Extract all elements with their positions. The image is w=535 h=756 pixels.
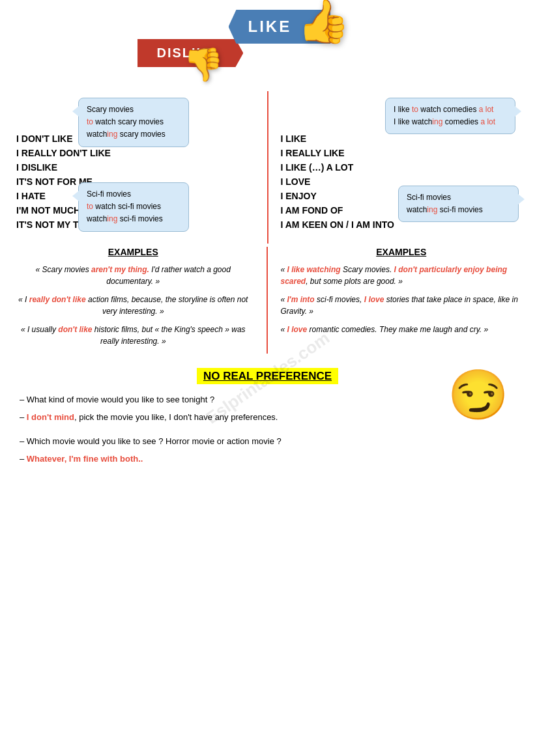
no-preference-section: NO REAL PREFERENCE 😏 – What kind of movi… bbox=[0, 357, 535, 479]
left-column: Scary movies to watch scary movies watch… bbox=[13, 98, 268, 237]
bubble-tail2 bbox=[72, 191, 79, 201]
phrase-really-dont-like: I REALLY DON'T LIKE bbox=[16, 148, 258, 158]
examples-title-right: EXAMPLES bbox=[281, 247, 523, 257]
no-pref-a2: – Whatever, I'm fine with both.. bbox=[20, 452, 463, 466]
thumbs-up-icon: 👍 bbox=[297, 0, 350, 46]
bubble-line3: watching scary movies bbox=[87, 128, 181, 141]
bubble-scary-dislike: Scary movies to watch scary movies watch… bbox=[78, 98, 189, 147]
example-left-2: « I really don't like action films, beca… bbox=[13, 294, 253, 317]
like-label: LIKE bbox=[248, 18, 292, 35]
example-left-3: « I usually don't like historic films, b… bbox=[13, 324, 253, 347]
phrase-dislike: I DISLIKE bbox=[16, 162, 258, 173]
bubble-line1: Scary movies bbox=[87, 104, 181, 116]
example-right-1: « I like watching Scary movies. I don't … bbox=[281, 264, 523, 287]
bubble-comedy-line2: I like watching comedies a lot bbox=[394, 116, 507, 128]
bubble-scifi-line3: watching sci-fi movies bbox=[87, 213, 181, 225]
bubble-scifi-like-line2: watching sci-fi movies bbox=[407, 204, 510, 216]
main-phrases-section: Scary movies to watch scary movies watch… bbox=[0, 91, 535, 244]
thumbs-down-icon: 👎 bbox=[183, 46, 224, 83]
examples-section: EXAMPLES « Scary movies aren't my thing.… bbox=[0, 244, 535, 357]
no-pref-title-container: NO REAL PREFERENCE bbox=[20, 370, 515, 383]
bubble-scifi-line2: to watch sci-fi movies bbox=[87, 201, 181, 213]
example-right-2: « I'm into sci-fi movies, I love stories… bbox=[281, 294, 523, 317]
bubble-tail3 bbox=[515, 106, 521, 117]
bubble-scifi-like: Sci-fi movies watching sci-fi movies bbox=[398, 186, 519, 222]
bubble-line2: to watch scary movies bbox=[87, 116, 181, 128]
bubble-comedy-line1: I like to watch comedies a lot bbox=[394, 104, 507, 116]
bubble-tail4 bbox=[518, 194, 525, 204]
example-right-3: « I love romantic comedies. They make me… bbox=[281, 324, 523, 335]
no-pref-a1: – I don't mind, pick the movie you like,… bbox=[20, 410, 463, 425]
bubble-comedies-like: I like to watch comedies a lot I like wa… bbox=[385, 98, 515, 134]
no-pref-q2: – Which movie would you like to see ? Ho… bbox=[20, 434, 463, 449]
bubble-scifi-dislike: Sci-fi movies to watch sci-fi movies wat… bbox=[78, 182, 189, 232]
no-pref-dialogue: – What kind of movie would you like to s… bbox=[20, 393, 463, 466]
example-left-1: « Scary movies aren't my thing. I'd rath… bbox=[13, 264, 253, 287]
bubble-scifi-like-line1: Sci-fi movies bbox=[407, 191, 510, 204]
header-banner: LIKE 👍 DISLIKE 👎 bbox=[0, 0, 535, 91]
examples-left: EXAMPLES « Scary movies aren't my thing.… bbox=[13, 247, 268, 354]
right-column: I like to watch comedies a lot I like wa… bbox=[268, 98, 523, 237]
bubble-tail bbox=[72, 106, 79, 117]
bubble-scifi-line1: Sci-fi movies bbox=[87, 188, 181, 201]
examples-right: EXAMPLES « I like watching Scary movies.… bbox=[268, 247, 523, 354]
phrase-like-a-lot: I LIKE (…) A LOT bbox=[281, 162, 519, 173]
examples-title-left: EXAMPLES bbox=[13, 247, 253, 257]
emoji-character: 😏 bbox=[448, 367, 509, 424]
phrase-really-like: I REALLY LIKE bbox=[281, 148, 519, 158]
phrase-like: I LIKE bbox=[281, 133, 519, 144]
no-pref-q1: – What kind of movie would you like to s… bbox=[20, 393, 463, 407]
no-pref-title: NO REAL PREFERENCE bbox=[197, 368, 338, 384]
